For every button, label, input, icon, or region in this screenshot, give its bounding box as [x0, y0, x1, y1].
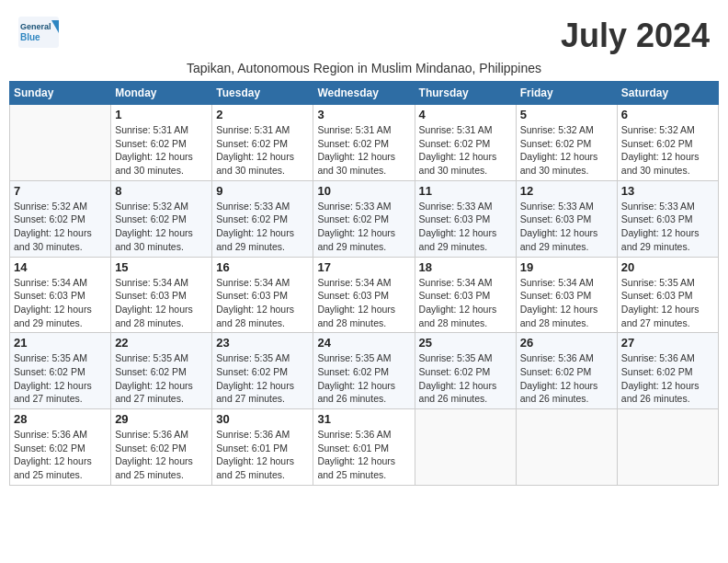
location-subtitle: Tapikan, Autonomous Region in Muslim Min…	[9, 61, 719, 75]
day-number: 20	[621, 260, 714, 274]
day-info: Sunrise: 5:35 AM Sunset: 6:02 PM Dayligh…	[317, 351, 410, 406]
calendar-cell: 19Sunrise: 5:34 AM Sunset: 6:03 PM Dayli…	[516, 257, 617, 333]
day-info: Sunrise: 5:32 AM Sunset: 6:02 PM Dayligh…	[14, 200, 107, 254]
day-number: 18	[419, 260, 512, 274]
day-number: 27	[621, 336, 714, 350]
calendar-cell: 7Sunrise: 5:32 AM Sunset: 6:02 PM Daylig…	[10, 180, 111, 257]
calendar-cell: 30Sunrise: 5:36 AM Sunset: 6:01 PM Dayli…	[212, 409, 313, 486]
day-info: Sunrise: 5:35 AM Sunset: 6:02 PM Dayligh…	[14, 351, 107, 406]
weekday-header: Thursday	[415, 82, 516, 105]
day-number: 9	[216, 184, 309, 198]
calendar-cell: 12Sunrise: 5:33 AM Sunset: 6:03 PM Dayli…	[516, 180, 617, 257]
day-info: Sunrise: 5:35 AM Sunset: 6:02 PM Dayligh…	[419, 351, 512, 406]
calendar-cell: 27Sunrise: 5:36 AM Sunset: 6:02 PM Dayli…	[617, 333, 718, 409]
day-number: 29	[115, 412, 208, 426]
calendar-cell	[516, 409, 617, 486]
day-number: 8	[115, 184, 208, 198]
weekday-header: Sunday	[10, 82, 111, 105]
day-info: Sunrise: 5:33 AM Sunset: 6:03 PM Dayligh…	[520, 200, 613, 254]
logo-icon: General Blue	[18, 17, 59, 48]
calendar-cell: 25Sunrise: 5:35 AM Sunset: 6:02 PM Dayli…	[415, 333, 516, 409]
day-info: Sunrise: 5:36 AM Sunset: 6:02 PM Dayligh…	[115, 428, 208, 482]
calendar-cell: 23Sunrise: 5:35 AM Sunset: 6:02 PM Dayli…	[212, 333, 313, 409]
day-number: 19	[520, 260, 613, 274]
page-header: General Blue July 2024	[9, 9, 719, 59]
day-number: 24	[317, 336, 410, 350]
day-info: Sunrise: 5:31 AM Sunset: 6:02 PM Dayligh…	[419, 123, 512, 178]
day-number: 7	[14, 184, 107, 198]
calendar-cell: 17Sunrise: 5:34 AM Sunset: 6:03 PM Dayli…	[313, 257, 415, 333]
day-number: 26	[520, 336, 613, 350]
day-number: 28	[14, 412, 107, 426]
day-info: Sunrise: 5:33 AM Sunset: 6:02 PM Dayligh…	[216, 200, 309, 254]
calendar-week-row: 1Sunrise: 5:31 AM Sunset: 6:02 PM Daylig…	[10, 105, 719, 181]
calendar-cell: 4Sunrise: 5:31 AM Sunset: 6:02 PM Daylig…	[415, 105, 516, 181]
weekday-header: Saturday	[617, 82, 718, 105]
day-number: 2	[216, 108, 309, 121]
day-number: 15	[115, 260, 208, 274]
calendar-week-row: 14Sunrise: 5:34 AM Sunset: 6:03 PM Dayli…	[10, 257, 719, 333]
calendar-cell	[415, 409, 516, 486]
svg-text:Blue: Blue	[20, 32, 40, 42]
day-number: 17	[317, 260, 410, 274]
day-info: Sunrise: 5:34 AM Sunset: 6:03 PM Dayligh…	[520, 276, 613, 330]
day-number: 22	[115, 336, 208, 350]
day-info: Sunrise: 5:34 AM Sunset: 6:03 PM Dayligh…	[317, 276, 410, 330]
day-number: 5	[520, 108, 613, 121]
calendar-week-row: 28Sunrise: 5:36 AM Sunset: 6:02 PM Dayli…	[10, 409, 719, 486]
calendar-cell: 24Sunrise: 5:35 AM Sunset: 6:02 PM Dayli…	[313, 333, 415, 409]
calendar-cell: 11Sunrise: 5:33 AM Sunset: 6:03 PM Dayli…	[415, 180, 516, 257]
day-info: Sunrise: 5:36 AM Sunset: 6:02 PM Dayligh…	[14, 428, 107, 482]
weekday-header: Friday	[516, 82, 617, 105]
calendar-cell: 18Sunrise: 5:34 AM Sunset: 6:03 PM Dayli…	[415, 257, 516, 333]
calendar-cell: 15Sunrise: 5:34 AM Sunset: 6:03 PM Dayli…	[111, 257, 212, 333]
calendar-cell: 1Sunrise: 5:31 AM Sunset: 6:02 PM Daylig…	[111, 105, 212, 181]
day-number: 16	[216, 260, 309, 274]
day-info: Sunrise: 5:32 AM Sunset: 6:02 PM Dayligh…	[621, 123, 714, 178]
calendar-cell	[10, 105, 111, 181]
calendar-week-row: 7Sunrise: 5:32 AM Sunset: 6:02 PM Daylig…	[10, 180, 719, 257]
calendar-cell: 9Sunrise: 5:33 AM Sunset: 6:02 PM Daylig…	[212, 180, 313, 257]
day-info: Sunrise: 5:35 AM Sunset: 6:03 PM Dayligh…	[621, 276, 714, 330]
calendar-cell: 6Sunrise: 5:32 AM Sunset: 6:02 PM Daylig…	[617, 105, 718, 181]
calendar-cell: 31Sunrise: 5:36 AM Sunset: 6:01 PM Dayli…	[313, 409, 415, 486]
day-info: Sunrise: 5:31 AM Sunset: 6:02 PM Dayligh…	[216, 123, 309, 178]
day-number: 21	[14, 336, 107, 350]
day-number: 10	[317, 184, 410, 198]
calendar-cell: 16Sunrise: 5:34 AM Sunset: 6:03 PM Dayli…	[212, 257, 313, 333]
day-info: Sunrise: 5:34 AM Sunset: 6:03 PM Dayligh…	[14, 276, 107, 330]
weekday-header: Monday	[111, 82, 212, 105]
day-number: 30	[216, 412, 309, 426]
day-number: 14	[14, 260, 107, 274]
day-number: 31	[317, 412, 410, 426]
weekday-header: Tuesday	[212, 82, 313, 105]
calendar-table: SundayMondayTuesdayWednesdayThursdayFrid…	[9, 81, 719, 486]
calendar-cell: 22Sunrise: 5:35 AM Sunset: 6:02 PM Dayli…	[111, 333, 212, 409]
day-info: Sunrise: 5:33 AM Sunset: 6:02 PM Dayligh…	[317, 200, 410, 254]
month-year-title: July 2024	[561, 17, 710, 55]
day-info: Sunrise: 5:34 AM Sunset: 6:03 PM Dayligh…	[216, 276, 309, 330]
day-info: Sunrise: 5:33 AM Sunset: 6:03 PM Dayligh…	[621, 200, 714, 254]
calendar-cell: 5Sunrise: 5:32 AM Sunset: 6:02 PM Daylig…	[516, 105, 617, 181]
day-info: Sunrise: 5:36 AM Sunset: 6:02 PM Dayligh…	[520, 351, 613, 406]
day-number: 3	[317, 108, 410, 121]
logo: General Blue	[18, 17, 59, 48]
day-info: Sunrise: 5:33 AM Sunset: 6:03 PM Dayligh…	[419, 200, 512, 254]
calendar-cell: 21Sunrise: 5:35 AM Sunset: 6:02 PM Dayli…	[10, 333, 111, 409]
day-info: Sunrise: 5:36 AM Sunset: 6:02 PM Dayligh…	[621, 351, 714, 406]
calendar-cell: 8Sunrise: 5:32 AM Sunset: 6:02 PM Daylig…	[111, 180, 212, 257]
calendar-cell: 2Sunrise: 5:31 AM Sunset: 6:02 PM Daylig…	[212, 105, 313, 181]
day-number: 23	[216, 336, 309, 350]
day-info: Sunrise: 5:35 AM Sunset: 6:02 PM Dayligh…	[216, 351, 309, 406]
day-info: Sunrise: 5:35 AM Sunset: 6:02 PM Dayligh…	[115, 351, 208, 406]
calendar-cell	[617, 409, 718, 486]
calendar-cell: 3Sunrise: 5:31 AM Sunset: 6:02 PM Daylig…	[313, 105, 415, 181]
day-info: Sunrise: 5:32 AM Sunset: 6:02 PM Dayligh…	[115, 200, 208, 254]
calendar-cell: 29Sunrise: 5:36 AM Sunset: 6:02 PM Dayli…	[111, 409, 212, 486]
calendar-cell: 13Sunrise: 5:33 AM Sunset: 6:03 PM Dayli…	[617, 180, 718, 257]
day-info: Sunrise: 5:36 AM Sunset: 6:01 PM Dayligh…	[216, 428, 309, 482]
day-info: Sunrise: 5:34 AM Sunset: 6:03 PM Dayligh…	[419, 276, 512, 330]
day-number: 11	[419, 184, 512, 198]
svg-text:General: General	[20, 22, 51, 31]
day-number: 12	[520, 184, 613, 198]
